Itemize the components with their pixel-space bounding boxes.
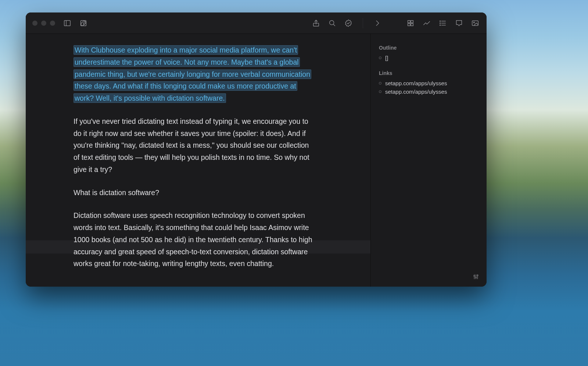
paragraph-1[interactable]: With Clubhouse exploding into a major so… [74, 44, 312, 104]
link-item[interactable]: setapp.com/apps/ulysses [379, 87, 478, 96]
svg-point-21 [476, 277, 477, 278]
link-item-label: setapp.com/apps/ulysses [385, 89, 447, 95]
link-item[interactable]: setapp.com/apps/ulysses [379, 79, 478, 87]
desktop-wallpaper: With Clubhouse exploding into a major so… [0, 0, 588, 366]
svg-rect-9 [411, 23, 413, 25]
bullet-icon [379, 82, 381, 85]
outline-heading: Outline [379, 45, 478, 51]
svg-point-14 [440, 23, 441, 24]
share-icon[interactable] [312, 19, 320, 27]
paragraph-4[interactable]: Dictation software uses speech recogniti… [74, 209, 312, 270]
outline-item[interactable]: [] [379, 54, 478, 62]
toolbar-divider [363, 18, 363, 28]
grid-icon[interactable] [406, 19, 415, 27]
sliders-icon [473, 273, 479, 280]
bullet-icon [379, 57, 381, 59]
ulysses-window: With Clubhouse exploding into a major so… [26, 12, 487, 287]
search-icon[interactable] [328, 19, 336, 27]
selected-text[interactable]: With Clubhouse exploding into a major so… [74, 45, 311, 103]
svg-rect-0 [64, 20, 71, 26]
link-item-label: setapp.com/apps/ulysses [385, 80, 447, 86]
zoom-window-button[interactable] [50, 21, 55, 26]
list-icon[interactable] [439, 19, 447, 27]
paragraph-2[interactable]: If you've never tried dictating text ins… [74, 115, 312, 176]
titlebar [26, 12, 487, 34]
sidebar-settings-button[interactable] [473, 273, 479, 280]
window-controls [32, 21, 55, 26]
chevron-right-icon[interactable] [373, 19, 381, 27]
paragraph-3[interactable]: What is dictation software? [74, 187, 312, 199]
sidebar-toggle-icon[interactable] [63, 19, 71, 27]
svg-rect-6 [408, 20, 410, 22]
outline-item-label: [] [385, 55, 388, 61]
bullet-icon [379, 90, 381, 93]
links-heading: Links [379, 70, 478, 76]
svg-rect-7 [411, 20, 413, 22]
svg-rect-8 [408, 23, 410, 25]
svg-point-19 [474, 275, 475, 276]
svg-point-17 [473, 22, 474, 23]
close-window-button[interactable] [32, 21, 37, 26]
svg-point-13 [440, 21, 441, 21]
inspector-sidebar: Outline [] Links setapp.com/apps/ulysses… [370, 34, 487, 287]
editor-pane[interactable]: With Clubhouse exploding into a major so… [26, 34, 370, 287]
comment-icon[interactable] [455, 19, 463, 27]
window-body: With Clubhouse exploding into a major so… [26, 34, 487, 287]
svg-point-23 [477, 275, 478, 276]
svg-point-15 [440, 25, 441, 25]
svg-line-5 [333, 24, 335, 25]
image-icon[interactable] [471, 19, 479, 27]
svg-rect-16 [472, 21, 478, 25]
stats-icon[interactable] [423, 19, 431, 27]
compose-icon[interactable] [79, 19, 87, 27]
minimize-window-button[interactable] [41, 21, 46, 26]
review-badge-icon[interactable] [344, 19, 352, 27]
